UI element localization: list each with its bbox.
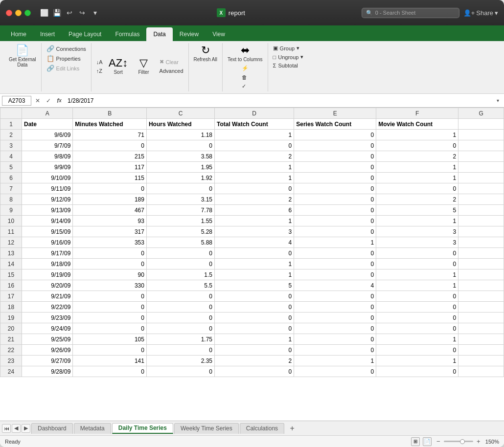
cell-g[interactable] [458,291,504,302]
table-row[interactable]: 119/15/093175.28303 [0,226,504,237]
cell-hours[interactable]: 0 [146,183,214,194]
table-row[interactable]: 149/18/0900100 [0,259,504,269]
cell-minutes[interactable]: 0 [73,140,147,151]
cell-g[interactable] [458,248,504,259]
table-row[interactable]: 219/25/091051.75101 [0,334,504,345]
cell-g[interactable] [458,345,504,356]
tab-page-layout[interactable]: Page Layout [62,27,108,41]
cell-total-watch[interactable]: 1 [215,269,294,280]
cell-total-watch[interactable]: 3 [215,226,294,237]
cell-date[interactable]: 9/9/09 [22,162,73,173]
table-row[interactable]: 239/27/091412.35211 [0,356,504,366]
table-row[interactable]: 1DateMinutes WatchedHours WatchedTotal W… [0,119,504,130]
row-header[interactable]: 2 [0,130,22,140]
zoom-out-button[interactable]: − [435,438,442,445]
cell-total-watch[interactable]: 6 [215,205,294,216]
sheet-tab-metadata[interactable]: Metadata [74,423,111,434]
cell-hours[interactable]: 5.5 [146,280,214,291]
table-row[interactable]: 79/11/0900000 [0,183,504,194]
cell-series-watch[interactable]: 0 [294,205,376,216]
connections-button[interactable]: 🔗 Connections [45,44,88,53]
cell-hours[interactable]: 0 [146,366,214,377]
cell-minutes[interactable]: 215 [73,151,147,162]
cell-hours[interactable]: 0 [146,140,214,151]
cell-hours[interactable]: Hours Watched [146,119,214,130]
cell-series-watch[interactable]: 0 [294,194,376,205]
cell-movie-watch[interactable]: 1 [376,280,458,291]
cell-series-watch[interactable]: 0 [294,269,376,280]
col-header-g[interactable]: G [458,108,504,119]
cell-total-watch[interactable]: 1 [215,173,294,183]
cell-movie-watch[interactable]: 0 [376,345,458,356]
cell-date[interactable]: 9/18/09 [22,259,73,269]
redo-icon[interactable]: ↪ [77,7,88,18]
row-header[interactable]: 5 [0,162,22,173]
cell-date[interactable]: 9/12/09 [22,194,73,205]
cell-g[interactable] [458,119,504,130]
table-row[interactable]: 59/9/091171.95101 [0,162,504,173]
cell-date[interactable]: 9/23/09 [22,313,73,323]
cell-series-watch[interactable]: 0 [294,313,376,323]
cell-date[interactable]: 9/22/09 [22,302,73,313]
cell-total-watch[interactable]: 0 [215,183,294,194]
table-row[interactable]: 229/26/0900000 [0,345,504,356]
cell-movie-watch[interactable]: 5 [376,205,458,216]
row-header[interactable]: 9 [0,205,22,216]
cell-total-watch[interactable]: 1 [215,334,294,345]
close-button[interactable] [6,10,12,16]
filter-button[interactable]: ▽ Filter [132,57,156,76]
text-to-columns-button[interactable]: ⬌ Text to Columns [226,44,265,63]
remove-dupes-button[interactable]: 🗑 [240,73,251,81]
col-header-c[interactable]: C [146,108,214,119]
cell-minutes[interactable]: 0 [73,313,147,323]
search-box[interactable]: 🔍 0 - Search Sheet [362,8,459,18]
cancel-formula-button[interactable]: ✕ [33,96,42,105]
cell-date[interactable]: 9/27/09 [22,356,73,366]
cell-hours[interactable]: 0 [146,302,214,313]
cell-total-watch[interactable]: 1 [215,259,294,269]
table-row[interactable]: 159/19/09901.5101 [0,269,504,280]
cell-movie-watch[interactable]: 1 [376,173,458,183]
cell-movie-watch[interactable]: 0 [376,323,458,334]
clear-button[interactable]: ✖ Clear [158,58,185,66]
cell-g[interactable] [458,356,504,366]
cell-series-watch[interactable]: 0 [294,302,376,313]
cell-g[interactable] [458,259,504,269]
cell-minutes[interactable]: 71 [73,130,147,140]
cell-date[interactable]: 9/20/09 [22,280,73,291]
cell-g[interactable] [458,216,504,226]
row-header[interactable]: 17 [0,291,22,302]
cell-series-watch[interactable]: 0 [294,151,376,162]
cell-g[interactable] [458,183,504,194]
cell-g[interactable] [458,334,504,345]
cell-hours[interactable]: 0 [146,259,214,269]
group-button[interactable]: ▣ Group ▾ [271,44,306,52]
tab-review[interactable]: Review [173,27,206,41]
sort-az-button[interactable]: ↓A [94,58,105,66]
row-header[interactable]: 13 [0,248,22,259]
sheet-tab-calculations[interactable]: Calculations [240,423,284,434]
cell-g[interactable] [458,162,504,173]
cell-minutes[interactable]: 0 [73,366,147,377]
cell-hours[interactable]: 1.5 [146,269,214,280]
data-validation-button[interactable]: ✓ [240,82,251,90]
cell-g[interactable] [458,130,504,140]
cell-total-watch[interactable]: 0 [215,302,294,313]
cell-hours[interactable]: 0 [146,313,214,323]
table-row[interactable]: 179/21/0900000 [0,291,504,302]
normal-view-button[interactable]: ⊞ [411,437,420,446]
cell-total-watch[interactable]: 0 [215,248,294,259]
sheet-table-wrapper[interactable]: A B C D E F G 1DateMinutes WatchedHours … [0,108,504,421]
cell-g[interactable] [458,313,504,323]
cell-date[interactable]: 9/8/09 [22,151,73,162]
row-header[interactable]: 7 [0,183,22,194]
cell-date[interactable]: 9/10/09 [22,173,73,183]
table-row[interactable]: 69/10/091151.92101 [0,173,504,183]
cell-g[interactable] [458,366,504,377]
cell-g[interactable] [458,226,504,237]
cell-minutes[interactable]: 0 [73,323,147,334]
cell-date[interactable]: 9/16/09 [22,237,73,248]
cell-date[interactable]: Date [22,119,73,130]
advanced-button[interactable]: Advanced [158,67,185,75]
table-row[interactable]: 199/23/0900000 [0,313,504,323]
